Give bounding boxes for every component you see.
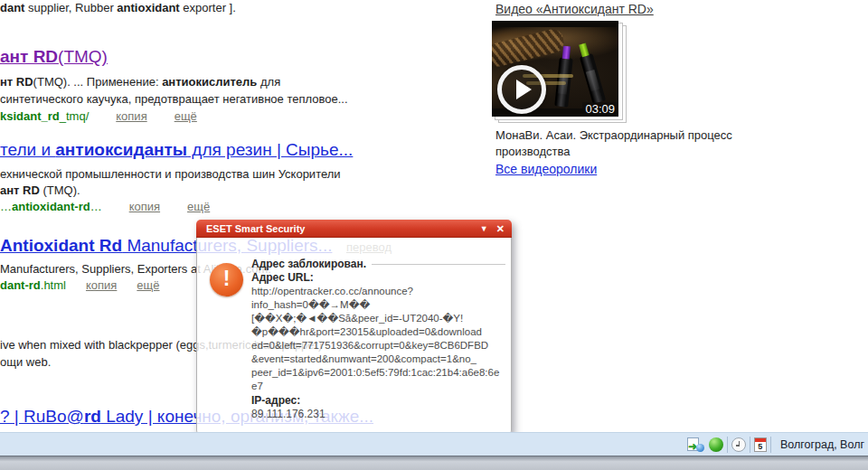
eset-ip-label: IP-адрес:	[251, 394, 505, 408]
video-thumbnail[interactable]: 03:09	[492, 21, 618, 117]
green-ball-icon[interactable]	[709, 437, 723, 452]
result1-snippet-line2: синтетического каучука, предотвращает не…	[0, 90, 348, 108]
all-videos-link[interactable]: Все видеоролики	[495, 162, 597, 176]
result3-copy-link[interactable]: копия	[86, 278, 117, 292]
divider	[727, 437, 728, 453]
close-icon[interactable]: ✕	[496, 220, 505, 238]
result1-title-link[interactable]: ант RD(TMQ)	[0, 47, 108, 67]
eset-blocked-url: http://opentracker.co.cc/announce? info_…	[251, 285, 505, 393]
alert-exclamation-icon	[210, 263, 243, 296]
result1-copy-link[interactable]: копия	[116, 109, 146, 123]
calendar-day: 5	[755, 442, 766, 451]
video-thumbnail-stack: 03:09	[492, 21, 618, 117]
result3-url: dant-rd.html	[0, 278, 66, 292]
calendar-icon[interactable]: 5	[754, 437, 767, 452]
result1-snippet-line1: нт RD(TMQ). ... Применение: антиокислите…	[0, 73, 280, 90]
eset-ip-value: 89.111.176.231	[251, 408, 505, 421]
eset-alert-title: Адрес заблокирован.	[251, 258, 366, 270]
divider	[750, 437, 750, 453]
result2-copy-link[interactable]: копия	[129, 200, 160, 213]
play-button-icon[interactable]	[497, 65, 546, 114]
clock-icon[interactable]	[731, 437, 746, 452]
eset-url-label: Адрес URL:	[251, 271, 505, 285]
green-bottle	[580, 53, 606, 104]
weather-location-text[interactable]: Волгоград, Волг	[780, 438, 864, 451]
divider	[770, 437, 771, 453]
browser-status-bar: ➜ 5 Волгоград, Волг	[0, 432, 868, 456]
eset-notification-popup: ESET Smart Security ▼ ✕ Адрес заблокиров…	[196, 220, 512, 435]
divider	[372, 264, 505, 265]
snippet-web: ощи web.	[0, 353, 51, 371]
chevron-down-icon[interactable]: ▼	[480, 220, 488, 238]
result2-more-link[interactable]: ещё	[187, 200, 210, 213]
result2-url: …antioxidant-rd…	[0, 200, 102, 213]
result2-title-link[interactable]: тели и антиоксиданты для резин | Сырье..…	[0, 140, 353, 160]
eset-popup-header[interactable]: ESET Smart Security ▼ ✕	[196, 220, 512, 238]
videos-section-title-link[interactable]: Видео «Антиоксидант RD»	[495, 2, 654, 16]
screen: dant supplier, Rubber antioxidant export…	[0, 0, 868, 470]
result3-more-link[interactable]: ещё	[137, 278, 159, 292]
taskbar	[0, 456, 868, 470]
braid-decor	[492, 27, 566, 69]
go-page-icon[interactable]: ➜	[687, 437, 704, 452]
video-caption: МонаВи. Асаи. Экстраординарный процесс п…	[495, 127, 785, 160]
eset-popup-body: Адрес заблокирован. Адрес URL: http://op…	[196, 238, 512, 435]
result1-more-link[interactable]: ещё	[175, 109, 197, 123]
result2-snippet-line2: ант RD (TMQ).	[0, 182, 80, 199]
eset-app-title: ESET Smart Security	[206, 223, 472, 234]
result1-url: ksidant_rd_tmq/	[0, 109, 89, 123]
video-duration-badge: 03:09	[582, 102, 618, 116]
result2-snippet-line1: ехнической промышленности и производства…	[0, 165, 341, 183]
result-snippet-cutoff-top: dant supplier, Rubber antioxidant export…	[0, 1, 236, 14]
